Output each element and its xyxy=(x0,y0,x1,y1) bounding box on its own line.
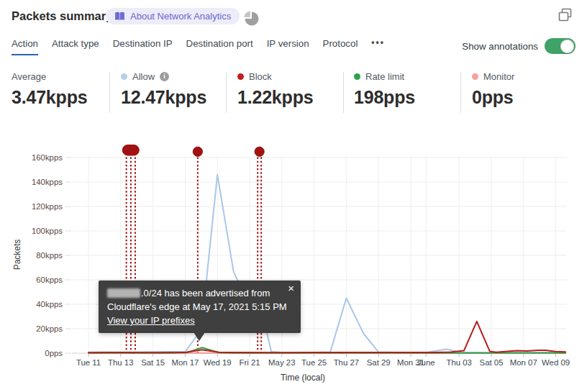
svg-text:Sat 29: Sat 29 xyxy=(367,358,391,367)
network-analytics-panel: Packets summary About Network Analytics … xyxy=(0,0,587,392)
annotation-tooltip: × .0/24 has been advertised from Cloudfl… xyxy=(99,281,301,333)
view-ip-prefixes-link[interactable]: View your IP prefixes xyxy=(107,315,195,326)
svg-text:May 23: May 23 xyxy=(268,358,295,367)
tooltip-close-icon[interactable]: × xyxy=(288,283,294,293)
svg-text:160kpps: 160kpps xyxy=(32,153,63,162)
svg-text:100kpps: 100kpps xyxy=(32,227,63,235)
tooltip-line1: .0/24 has been advertised from xyxy=(141,288,270,298)
svg-text:Tue 11: Tue 11 xyxy=(76,358,101,367)
svg-text:Tue 25: Tue 25 xyxy=(301,358,327,367)
svg-text:120kpps: 120kpps xyxy=(32,202,63,211)
svg-text:Mon 17: Mon 17 xyxy=(171,358,199,367)
svg-text:Mon 07: Mon 07 xyxy=(510,358,537,367)
svg-text:20kpps: 20kpps xyxy=(36,324,63,333)
svg-text:140kpps: 140kpps xyxy=(32,178,63,186)
svg-text:0pps: 0pps xyxy=(45,349,63,357)
svg-text:60kpps: 60kpps xyxy=(36,275,63,284)
svg-text:Thu 27: Thu 27 xyxy=(334,358,359,367)
svg-text:Wed 19: Wed 19 xyxy=(204,358,232,367)
packets-time-series-chart[interactable]: 0pps20kpps40kpps60kpps80kpps100kpps120kp… xyxy=(0,0,587,392)
svg-text:Wed 09: Wed 09 xyxy=(542,358,570,367)
svg-text:Thu 03: Thu 03 xyxy=(446,358,471,367)
svg-text:Sat 15: Sat 15 xyxy=(141,358,165,367)
svg-text:Fri 21: Fri 21 xyxy=(239,358,260,367)
svg-text:Sat 05: Sat 05 xyxy=(480,358,504,367)
tooltip-line2: Cloudflare's edge at May 17, 2021 5:15 P… xyxy=(107,300,292,314)
svg-text:Thu 13: Thu 13 xyxy=(108,358,133,367)
svg-text:80kpps: 80kpps xyxy=(36,251,63,260)
svg-text:June: June xyxy=(417,358,435,367)
tooltip-caret xyxy=(194,332,205,341)
svg-text:40kpps: 40kpps xyxy=(36,300,63,309)
redacted-ip-prefix xyxy=(107,288,140,298)
